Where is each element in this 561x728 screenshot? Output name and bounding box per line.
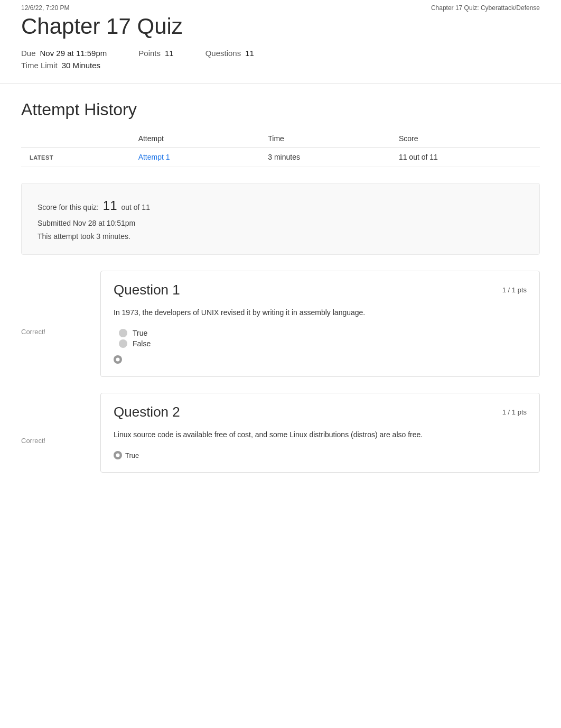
q1-selected-answer	[114, 355, 527, 364]
attempt-table: Attempt Time Score LATEST Attempt 1 3 mi…	[21, 130, 540, 167]
questions-value: 11	[245, 49, 254, 58]
duration-line: This attempt took 3 minutes.	[38, 230, 523, 243]
q1-title: Question 1	[114, 282, 180, 298]
attempt-time: 3 minutes	[268, 153, 300, 161]
table-row: LATEST Attempt 1 3 minutes 11 out of 11	[21, 148, 540, 167]
q2-answer-row: True	[114, 451, 527, 459]
q2-pts: 1 / 1 pts	[502, 408, 527, 416]
col-header-empty	[21, 130, 130, 148]
q2-selected-indicator	[114, 451, 122, 459]
question-1-header: Question 1 1 / 1 pts	[114, 282, 527, 298]
score-line: Score for this quiz: 11 out of 11	[38, 194, 523, 217]
q2-answer-pill: True	[114, 451, 139, 459]
q1-text: In 1973, the developers of UNIX revised …	[114, 307, 527, 318]
timelimit-label: Time Limit	[21, 61, 58, 70]
datetime-label: 12/6/22, 7:20 PM	[21, 4, 69, 12]
q1-pts: 1 / 1 pts	[502, 286, 527, 294]
q1-option-true-label: True	[133, 329, 147, 337]
score-out-of: out of 11	[121, 203, 150, 211]
q2-selected-label: True	[125, 451, 139, 459]
meta-row-2: Time Limit 30 Minutes	[21, 61, 540, 70]
attempt-link-cell[interactable]: Attempt 1	[130, 148, 260, 167]
q1-option-true: True	[119, 329, 527, 337]
attempt-score: 11 out of 11	[399, 153, 438, 161]
q1-option-false-label: False	[133, 339, 151, 348]
question-2-sidebar: Correct!	[21, 393, 100, 473]
q1-radio-true	[119, 329, 127, 337]
question-2-wrapper: Correct! Question 2 1 / 1 pts Linux sour…	[21, 393, 540, 473]
timelimit-value: 30 Minutes	[62, 61, 100, 70]
question-1-content: Question 1 1 / 1 pts In 1973, the develo…	[100, 271, 540, 377]
question-2-content: Question 2 1 / 1 pts Linux source code i…	[100, 393, 540, 473]
due-label: Due	[21, 49, 36, 58]
question-1-wrapper: Correct! Question 1 1 / 1 pts In 1973, t…	[21, 271, 540, 377]
col-header-score: Score	[390, 130, 540, 148]
q1-options: True False	[119, 329, 527, 348]
col-header-time: Time	[259, 130, 390, 148]
timelimit-meta: Time Limit 30 Minutes	[21, 61, 100, 70]
score-summary-box: Score for this quiz: 11 out of 11 Submit…	[21, 183, 540, 255]
meta-row-1: Due Nov 29 at 11:59pm Points 11 Question…	[21, 49, 540, 58]
latest-badge-cell: LATEST	[21, 148, 130, 167]
q1-radio-false	[119, 339, 127, 348]
col-header-attempt: Attempt	[130, 130, 260, 148]
page-header: Chapter 17 Quiz Due Nov 29 at 11:59pm Po…	[0, 14, 561, 84]
q2-text: Linux source code is available free of c…	[114, 429, 527, 440]
score-label: Score for this quiz:	[38, 203, 99, 211]
questions-label: Questions	[205, 49, 241, 58]
latest-badge: LATEST	[30, 154, 53, 161]
top-bar: 12/6/22, 7:20 PM Chapter 17 Quiz: Cybera…	[0, 0, 561, 14]
questions-meta: Questions 11	[205, 49, 254, 58]
due-meta: Due Nov 29 at 11:59pm	[21, 49, 107, 58]
due-value: Nov 29 at 11:59pm	[40, 49, 107, 58]
page-title: Chapter 17 Quiz	[21, 14, 540, 39]
attempt-score-cell: 11 out of 11	[390, 148, 540, 167]
q2-correct-label: Correct!	[21, 437, 45, 445]
points-label: Points	[138, 49, 161, 58]
breadcrumb-label: Chapter 17 Quiz: Cyberattack/Defense	[431, 4, 540, 12]
q1-selected-indicator	[114, 355, 122, 364]
attempt-history-section: Attempt History Attempt Time Score LATES…	[0, 84, 561, 178]
q1-correct-label: Correct!	[21, 328, 45, 336]
attempt-time-cell: 3 minutes	[259, 148, 390, 167]
attempt-history-title: Attempt History	[21, 100, 540, 119]
q2-title: Question 2	[114, 404, 180, 420]
attempt-link[interactable]: Attempt 1	[138, 153, 170, 161]
question-1-sidebar: Correct!	[21, 271, 100, 377]
submitted-line: Submitted Nov 28 at 10:51pm	[38, 217, 523, 230]
question-2-header: Question 2 1 / 1 pts	[114, 404, 527, 420]
score-number: 11	[103, 198, 117, 213]
q1-option-false: False	[119, 339, 527, 348]
points-meta: Points 11	[138, 49, 173, 58]
points-value: 11	[165, 49, 174, 58]
